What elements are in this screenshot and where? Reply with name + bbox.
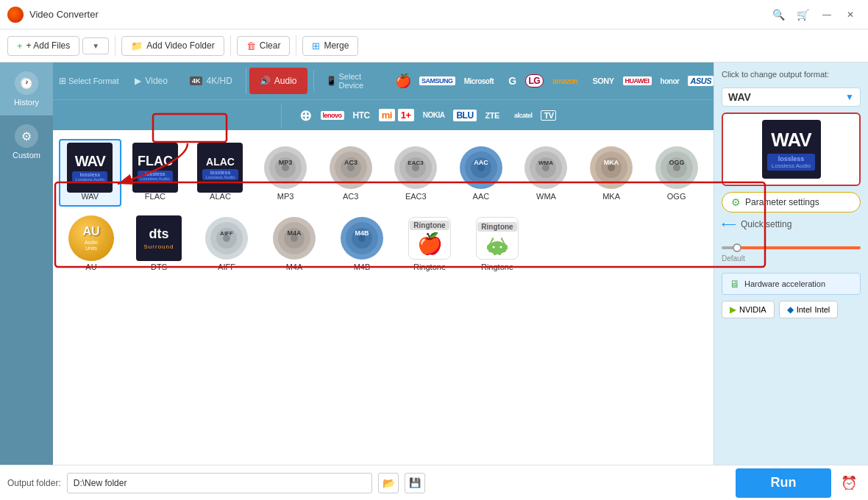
alarm-button[interactable]: ⏰ (837, 471, 861, 495)
brand-samsung[interactable]: SAMSUNG (419, 76, 455, 85)
intel-button[interactable]: ◆ Intel Intel (779, 301, 839, 318)
sidebar-item-custom[interactable]: ⚙ Custom (0, 115, 53, 168)
ringtone-android-label: Ringtone (481, 262, 513, 271)
output-folder-label: Output folder: (7, 478, 61, 488)
brand-mi[interactable]: mi (379, 109, 395, 121)
format-item-flac[interactable]: FLAC lossless Lossless Audio FLAC (124, 139, 187, 207)
select-device-label: 📱 Select Device (320, 72, 383, 90)
brand-honor[interactable]: honor (655, 74, 686, 88)
browse-folder-button[interactable]: 📂 (378, 473, 399, 493)
device-icon: 📱 (326, 76, 337, 86)
brand-alcatel[interactable]: alcatel (508, 109, 538, 122)
brand-moto[interactable]: ⊕ (294, 104, 318, 127)
cart-icon[interactable]: 🛒 (792, 9, 814, 21)
brand-zte[interactable]: ZTE (480, 108, 505, 123)
brand-google[interactable]: G (502, 72, 522, 90)
output-path-input[interactable] (67, 473, 373, 493)
svg-rect-51 (488, 243, 506, 252)
format-item-aac[interactable]: AAC AAC (450, 139, 513, 207)
4k-tab-icon: 4K (190, 76, 203, 85)
trash-icon: 🗑 (246, 40, 256, 51)
add-video-folder-button[interactable]: 📁 Add Video Folder (121, 36, 224, 56)
format-item-mp3[interactable]: MP3 MP3 (255, 139, 317, 207)
format-row-1: WAV lossless Lossless Audio WAV FLAC (59, 139, 708, 207)
alac-icon: ALAC lossless Lossless Audio (197, 143, 243, 193)
nvidia-button[interactable]: ▶ NVIDIA (722, 301, 775, 318)
tab-audio[interactable]: 🔊 Audio (249, 68, 307, 94)
search-icon[interactable]: 🔍 (768, 9, 789, 21)
plus-icon: + (17, 40, 23, 51)
tab-4k[interactable]: 4K 4K/HD (179, 68, 243, 94)
tab-video[interactable]: ▶ Video (124, 68, 177, 94)
format-item-ac3[interactable]: AC3 AC3 (319, 139, 382, 207)
hw-accel-label: Hardware acceleration (744, 279, 825, 288)
flac-text: FLAC (138, 154, 173, 169)
intel-label: Intel (797, 305, 812, 314)
brand-amazon[interactable]: amazon (547, 74, 583, 88)
brand-nokia[interactable]: NOKIA (417, 108, 451, 122)
nvidia-label: NVIDIA (739, 305, 766, 314)
brand-microsoft[interactable]: Microsoft (458, 74, 500, 88)
brand-blu[interactable]: BLU (453, 110, 476, 121)
brand-apple[interactable]: 🍎 (389, 70, 417, 92)
save-path-button[interactable]: 💾 (405, 473, 425, 493)
ringtone-apple-label: Ringtone (413, 262, 446, 271)
brand-tv[interactable]: TV (541, 110, 556, 121)
dropdown-arrow-button[interactable]: ▼ (82, 38, 109, 54)
add-folder-label: Add Video Folder (146, 40, 215, 51)
brand-huawei[interactable]: HUAWEI (623, 76, 652, 85)
hardware-acceleration-button[interactable]: 🖥 Hardware acceleration (722, 273, 861, 295)
parameter-settings-button[interactable]: ⚙ Parameter settings (722, 192, 861, 213)
svg-text:M4A: M4A (287, 229, 302, 237)
quick-setting-icon: ⟵ (722, 218, 736, 230)
dts-icon: dts Surround (136, 215, 182, 261)
format-item-wma[interactable]: WMA WMA (515, 139, 577, 207)
format-item-au[interactable]: AU AudioUnits AU (59, 210, 124, 277)
add-files-button[interactable]: + + Add Files (7, 36, 79, 56)
history-icon: 🕐 (15, 71, 38, 95)
brand-sony[interactable]: SONY (586, 74, 619, 88)
brand-htc[interactable]: HTC (347, 107, 376, 124)
toolbar-divider-1 (115, 35, 115, 56)
brand-oneplus[interactable]: 1+ (398, 109, 414, 121)
selected-format-text: WAV (728, 91, 841, 103)
format-selector[interactable]: WAV ▼ (722, 88, 861, 107)
brand-lenovo[interactable]: lenovo (321, 111, 344, 120)
run-button[interactable]: Run (736, 468, 831, 498)
ogg-disc-icon: OGG (654, 145, 700, 190)
brand-lg[interactable]: LG (525, 74, 544, 88)
format-item-ringtone-android[interactable]: Ringtone (465, 210, 530, 277)
folder-icon: 📁 (131, 40, 143, 51)
format-item-dts[interactable]: dts Surround DTS (127, 210, 191, 277)
svg-text:OGG: OGG (669, 159, 684, 166)
format-item-mka[interactable]: MKA MKA (580, 139, 643, 207)
select-format-label: ⊞ Select Format (53, 76, 124, 86)
wav-preview-text: WAV (771, 129, 811, 151)
mp3-icon-wrapper: MP3 (263, 145, 308, 190)
sidebar-item-history[interactable]: 🕐 History (0, 63, 53, 115)
close-button[interactable]: ✕ (840, 7, 861, 23)
m4b-disc-icon: M4B (339, 215, 385, 261)
format-item-wav[interactable]: WAV lossless Lossless Audio WAV (59, 139, 121, 207)
brand-asus[interactable]: ASUS (688, 76, 714, 86)
mka-label: MKA (602, 192, 620, 201)
toolbar: + + Add Files ▼ 📁 Add Video Folder 🗑 Cle… (0, 29, 868, 63)
slider-thumb[interactable] (733, 243, 741, 252)
format-item-m4b[interactable]: M4B M4B (330, 210, 394, 277)
svg-text:AAC: AAC (474, 159, 488, 166)
merge-button[interactable]: ⊞ Merge (302, 36, 358, 56)
main-layout: 🕐 History ⚙ Custom ⊞ Select Format ▶ Vid… (0, 63, 868, 465)
svg-point-57 (501, 238, 502, 239)
ringtone-apple-badge: Ringtone (410, 221, 449, 230)
format-item-ogg[interactable]: OGG OGG (645, 139, 708, 207)
clear-button[interactable]: 🗑 Clear (237, 36, 291, 56)
m4b-label: M4B (354, 262, 371, 271)
slider-track[interactable] (722, 246, 861, 249)
minimize-button[interactable]: — (817, 7, 837, 23)
format-item-aiff[interactable]: AIFF AIFF (194, 210, 259, 277)
format-item-m4a[interactable]: M4A M4A (262, 210, 327, 277)
format-item-eac3[interactable]: EAC3 EAC3 (385, 139, 447, 207)
alac-label: ALAC (210, 192, 231, 201)
format-item-ringtone-apple[interactable]: Ringtone 🍎 Ringtone (397, 210, 462, 277)
format-item-alac[interactable]: ALAC lossless Lossless Audio ALAC (189, 139, 252, 207)
